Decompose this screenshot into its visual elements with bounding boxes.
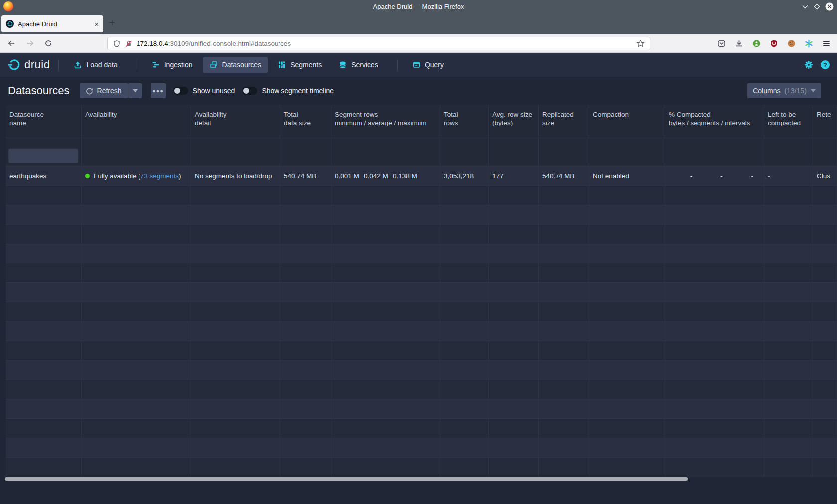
column-header-availability[interactable]: Availability — [82, 105, 191, 139]
column-header-pct-compacted[interactable]: % Compactedbytes / segments / intervals — [665, 105, 764, 139]
nav-label: Load data — [86, 61, 117, 69]
table-row-empty — [6, 399, 837, 419]
back-icon[interactable] — [7, 39, 15, 47]
extension-green-icon[interactable] — [752, 39, 761, 48]
browser-tab[interactable]: Apache Druid × — [1, 15, 103, 32]
column-header-retention[interactable]: Rete — [813, 105, 837, 139]
refresh-icon — [86, 87, 93, 95]
new-tab-button[interactable]: + — [109, 17, 115, 29]
table-row-empty — [6, 263, 837, 283]
pocket-icon[interactable] — [717, 39, 726, 48]
refresh-options-button[interactable] — [128, 83, 142, 98]
downloads-icon[interactable] — [735, 39, 743, 48]
table-row-empty — [6, 322, 837, 341]
cell-replicated-size: 540.74 MB — [539, 166, 589, 185]
firefox-logo-icon — [3, 1, 13, 11]
segments-icon — [278, 61, 286, 69]
nav-label: Datasources — [222, 61, 262, 69]
ublock-shield-icon[interactable] — [770, 39, 778, 48]
cell-left-to-be-compacted: - — [764, 166, 813, 185]
refresh-label: Refresh — [97, 87, 122, 95]
nav-item-ingestion[interactable]: Ingestion — [145, 57, 199, 73]
cell-datasource-name: earthquakes — [6, 166, 82, 185]
horizontal-scrollbar[interactable] — [5, 477, 688, 481]
show-unused-toggle[interactable] — [173, 87, 188, 95]
cell-compaction: Not enabled — [589, 166, 665, 185]
column-header-total-data-size[interactable]: Totaldata size — [280, 105, 331, 139]
column-header-segment-rows[interactable]: Segment rowsminimum / average / maximum — [331, 105, 440, 139]
table-row-earthquakes[interactable]: earthquakes Fully available (73 segments… — [6, 166, 837, 186]
window-titlebar: Apache Druid — Mozilla Firefox — [0, 0, 837, 13]
cell-availability-detail: No segments to load/drop — [191, 166, 280, 185]
toggle-knob — [243, 88, 249, 94]
cell-availability: Fully available (73 segments) — [82, 166, 191, 185]
cookie-extension-icon[interactable] — [787, 39, 796, 48]
nav-item-load-data[interactable]: Load data — [67, 57, 124, 73]
nav-item-services[interactable]: Services — [332, 57, 385, 73]
table-row-empty — [6, 341, 837, 361]
refresh-button[interactable]: Refresh — [80, 83, 128, 98]
url-bar[interactable]: 172.18.0.4:30109/unified-console.html#da… — [107, 37, 650, 50]
tab-favicon-icon — [6, 20, 14, 28]
columns-label: Columns — [753, 87, 780, 95]
url-host: 172.18.0.4 — [137, 40, 168, 47]
minimize-icon[interactable] — [802, 3, 809, 10]
column-header-datasource-name[interactable]: Datasourcename — [6, 105, 82, 139]
datasources-table: Datasourcename Availability Availability… — [6, 105, 837, 477]
page-header: Datasources Refresh ●●● Show unused Show… — [0, 77, 837, 105]
settings-gear-icon[interactable] — [804, 60, 813, 69]
chevron-down-icon — [811, 89, 816, 92]
column-header-left-to-be-compacted[interactable]: Left to becompacted — [764, 105, 813, 139]
tab-title: Apache Druid — [18, 20, 94, 28]
available-status-dot — [85, 174, 90, 178]
load-data-icon — [74, 61, 82, 69]
column-header-replicated-size[interactable]: Replicatedsize — [539, 105, 589, 139]
table-row-empty — [6, 458, 837, 477]
insecure-lock-icon[interactable] — [125, 40, 133, 48]
tab-strip: Apache Druid × + — [0, 13, 837, 34]
column-header-compaction[interactable]: Compaction — [589, 105, 665, 139]
tracking-shield-icon[interactable] — [113, 40, 121, 48]
toggle-knob — [174, 88, 180, 94]
cell-retention: Clus — [813, 166, 837, 185]
nav-label: Ingestion — [164, 61, 193, 69]
segments-link[interactable]: 73 segments — [140, 172, 179, 180]
table-header-row: Datasourcename Availability Availability… — [6, 105, 837, 139]
maximize-icon[interactable] — [813, 3, 821, 10]
show-segment-timeline-label: Show segment timeline — [262, 87, 334, 95]
forward-icon[interactable] — [26, 39, 34, 47]
table-filter-row — [6, 139, 837, 166]
nav-divider — [137, 59, 137, 70]
extension-asterisk-icon[interactable] — [805, 39, 813, 48]
table-row-empty — [6, 380, 837, 399]
column-header-total-rows[interactable]: Totalrows — [440, 105, 489, 139]
menu-hamburger-icon[interactable] — [822, 39, 831, 48]
nav-label: Query — [425, 61, 444, 69]
column-header-avg-row-size[interactable]: Avg. row size(bytes) — [489, 105, 539, 139]
close-window-icon[interactable] — [825, 2, 834, 11]
help-icon[interactable]: ? — [821, 60, 830, 69]
column-header-availability-detail[interactable]: Availabilitydetail — [191, 105, 280, 139]
bookmark-star-icon[interactable] — [636, 39, 645, 48]
reload-icon[interactable] — [44, 39, 52, 47]
url-path: :30109/unified-console.html#datasources — [168, 40, 291, 47]
show-segment-timeline-toggle[interactable] — [242, 87, 257, 95]
cell-pct-compacted: --- — [665, 166, 764, 185]
cell-avg-row-size: 177 — [489, 166, 539, 185]
druid-logo[interactable]: druid — [7, 58, 50, 71]
more-actions-button[interactable]: ●●● — [151, 83, 166, 98]
table-row-empty — [6, 283, 837, 302]
nav-item-datasources[interactable]: Datasources — [203, 57, 268, 73]
table-row-empty — [6, 186, 837, 205]
table-row-empty — [6, 302, 837, 322]
druid-swirl-icon — [7, 58, 21, 71]
nav-item-segments[interactable]: Segments — [272, 57, 328, 73]
tab-close-icon[interactable]: × — [94, 20, 99, 28]
nav-item-query[interactable]: Query — [406, 57, 450, 73]
datasources-icon — [210, 61, 218, 69]
datasource-filter-input[interactable] — [8, 148, 78, 163]
cell-total-rows: 3,053,218 — [440, 166, 489, 185]
table-row-empty — [6, 225, 837, 244]
columns-button[interactable]: Columns (13/15) — [747, 83, 821, 98]
chevron-down-icon — [133, 89, 138, 92]
